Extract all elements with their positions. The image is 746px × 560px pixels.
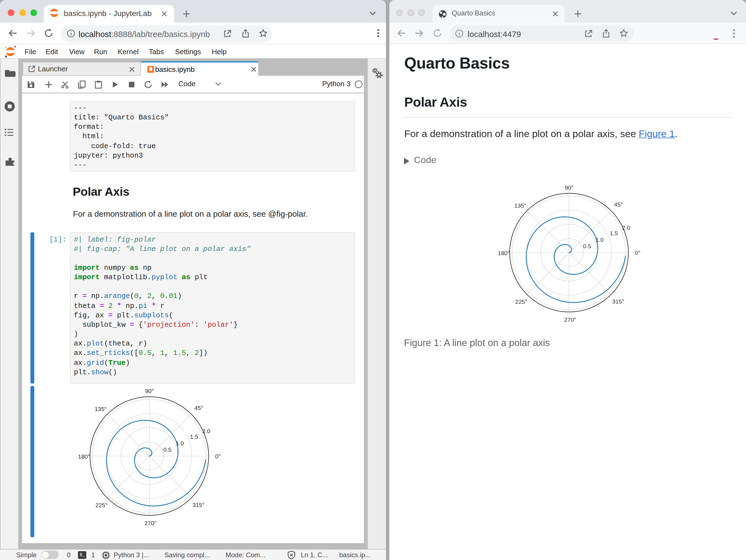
svg-text:90°: 90° xyxy=(145,388,154,394)
svg-text:1.5: 1.5 xyxy=(610,230,618,236)
svg-text:0.5: 0.5 xyxy=(583,243,591,249)
svg-text:270°: 270° xyxy=(564,316,576,323)
svg-text:0.5: 0.5 xyxy=(163,446,171,453)
svg-text:225°: 225° xyxy=(95,502,107,508)
svg-text:180°: 180° xyxy=(78,453,90,460)
svg-text:0°: 0° xyxy=(215,453,220,460)
svg-text:90°: 90° xyxy=(565,184,574,190)
svg-text:1.5: 1.5 xyxy=(190,434,198,440)
svg-text:1.0: 1.0 xyxy=(596,236,604,243)
svg-text:45°: 45° xyxy=(194,405,203,411)
svg-text:225°: 225° xyxy=(515,298,527,304)
svg-text:2.0: 2.0 xyxy=(622,224,630,231)
svg-text:135°: 135° xyxy=(514,202,526,208)
svg-text:$_: $_ xyxy=(80,553,85,558)
svg-text:180°: 180° xyxy=(498,249,510,256)
svg-text:45°: 45° xyxy=(614,201,623,207)
svg-text:0°: 0° xyxy=(635,249,640,256)
svg-text:1.0: 1.0 xyxy=(176,440,183,446)
svg-text:270°: 270° xyxy=(144,520,156,526)
svg-text:135°: 135° xyxy=(94,406,106,412)
svg-text:315°: 315° xyxy=(612,298,624,304)
svg-text:315°: 315° xyxy=(192,501,204,508)
svg-text:2.0: 2.0 xyxy=(202,428,210,434)
